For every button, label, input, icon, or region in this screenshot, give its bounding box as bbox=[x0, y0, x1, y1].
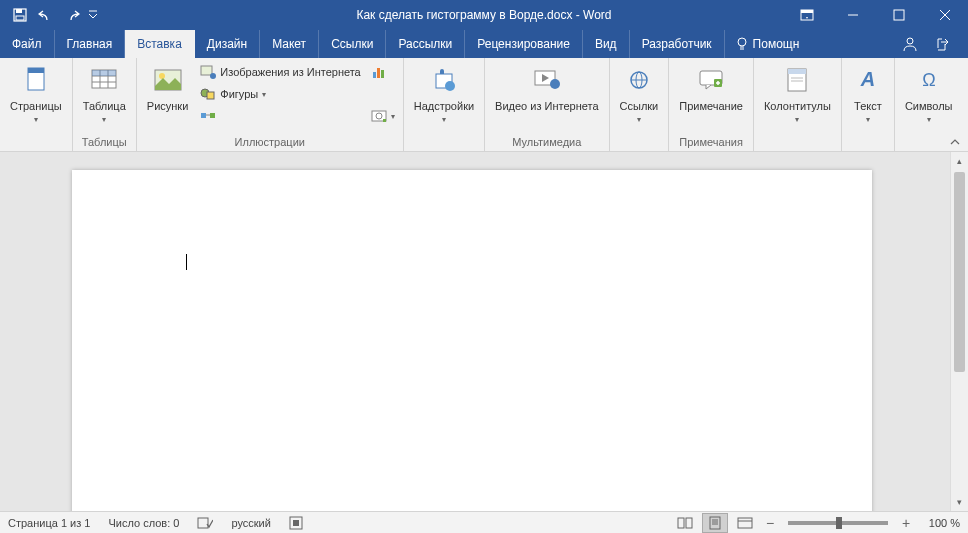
group-links: Ссылки ▾ bbox=[610, 58, 670, 151]
quick-access-toolbar bbox=[0, 3, 100, 27]
symbols-button[interactable]: Ω Символы ▾ bbox=[899, 61, 959, 129]
proofing-icon bbox=[197, 516, 213, 530]
ribbon-tabs: Файл Главная Вставка Дизайн Макет Ссылки… bbox=[0, 30, 968, 58]
comment-button[interactable]: Примечание bbox=[673, 61, 749, 129]
svg-rect-34 bbox=[383, 119, 386, 122]
group-comments: Примечание Примечания bbox=[669, 58, 754, 151]
close-button[interactable] bbox=[922, 0, 968, 30]
chart-icon bbox=[371, 64, 387, 80]
window-title: Как сделать гистограмму в Ворде.docx - W… bbox=[356, 8, 611, 22]
tab-file[interactable]: Файл bbox=[0, 30, 55, 58]
page-icon bbox=[20, 64, 52, 96]
svg-rect-1 bbox=[16, 9, 22, 13]
online-pictures-button[interactable]: Изображения из Интернета bbox=[196, 61, 364, 83]
table-button[interactable]: Таблица ▾ bbox=[77, 61, 132, 129]
group-illustrations: Рисунки Изображения из Интернета Фигуры … bbox=[137, 58, 404, 151]
online-video-button[interactable]: Видео из Интернета bbox=[489, 61, 604, 129]
quick-access-customize[interactable] bbox=[86, 3, 100, 27]
svg-rect-14 bbox=[28, 68, 44, 73]
tab-insert[interactable]: Вставка bbox=[125, 30, 195, 58]
zoom-level[interactable]: 100 % bbox=[918, 517, 962, 529]
undo-button[interactable] bbox=[34, 3, 58, 27]
window-controls bbox=[792, 0, 968, 30]
group-pages: Страницы ▾ bbox=[0, 58, 73, 151]
comment-icon bbox=[695, 64, 727, 96]
pictures-button[interactable]: Рисунки bbox=[141, 61, 195, 129]
scroll-up-button[interactable]: ▴ bbox=[951, 152, 968, 170]
chart-button[interactable] bbox=[367, 61, 399, 83]
zoom-slider[interactable] bbox=[788, 521, 888, 525]
page-number-status[interactable]: Страница 1 из 1 bbox=[6, 517, 92, 529]
video-icon bbox=[531, 64, 563, 96]
picture-icon bbox=[152, 64, 184, 96]
group-text: A Текст ▾ bbox=[842, 58, 895, 151]
account-sign-in[interactable] bbox=[894, 30, 926, 58]
shapes-button[interactable]: Фигуры ▾ bbox=[196, 83, 364, 105]
svg-rect-52 bbox=[198, 518, 208, 528]
group-tables: Таблица ▾ Таблицы bbox=[73, 58, 137, 151]
header-footer-button[interactable]: Колонтитулы ▾ bbox=[758, 61, 837, 129]
svg-rect-27 bbox=[201, 113, 206, 118]
language-status[interactable]: русский bbox=[229, 517, 272, 529]
group-addins: Надстройки ▾ bbox=[404, 58, 485, 151]
macro-status[interactable] bbox=[287, 516, 305, 530]
table-icon bbox=[88, 64, 120, 96]
tell-me-search[interactable]: Помощн bbox=[725, 30, 810, 58]
zoom-in-button[interactable]: + bbox=[898, 515, 914, 531]
account-area bbox=[894, 30, 968, 58]
document-area: ▴ ▾ bbox=[0, 152, 968, 511]
ribbon-display-options[interactable] bbox=[792, 3, 822, 27]
svg-text:Ω: Ω bbox=[922, 70, 935, 90]
tab-home[interactable]: Главная bbox=[55, 30, 126, 58]
smartart-icon bbox=[200, 108, 216, 124]
tab-layout[interactable]: Макет bbox=[260, 30, 319, 58]
svg-rect-61 bbox=[738, 518, 752, 528]
tab-references[interactable]: Ссылки bbox=[319, 30, 386, 58]
svg-rect-2 bbox=[16, 16, 24, 20]
links-button[interactable]: Ссылки ▾ bbox=[614, 61, 665, 129]
pages-button[interactable]: Страницы ▾ bbox=[4, 61, 68, 129]
svg-text:A: A bbox=[860, 68, 875, 90]
group-header-footer: Колонтитулы ▾ bbox=[754, 58, 842, 151]
ribbon: Страницы ▾ Таблица ▾ Таблицы Рисунки bbox=[0, 58, 968, 152]
maximize-button[interactable] bbox=[876, 0, 922, 30]
links-icon bbox=[623, 64, 655, 96]
tab-view[interactable]: Вид bbox=[583, 30, 630, 58]
screenshot-button[interactable]: ▾ bbox=[367, 105, 399, 127]
addins-button[interactable]: Надстройки ▾ bbox=[408, 61, 480, 129]
header-footer-icon bbox=[781, 64, 813, 96]
screenshot-icon bbox=[371, 108, 387, 124]
word-count-status[interactable]: Число слов: 0 bbox=[106, 517, 181, 529]
text-cursor bbox=[186, 254, 187, 270]
zoom-out-button[interactable]: − bbox=[762, 515, 778, 531]
svg-rect-56 bbox=[686, 518, 692, 528]
proofing-status[interactable] bbox=[195, 516, 215, 530]
text-button[interactable]: A Текст ▾ bbox=[846, 61, 890, 129]
svg-point-24 bbox=[210, 73, 216, 79]
tab-design[interactable]: Дизайн bbox=[195, 30, 260, 58]
scroll-down-button[interactable]: ▾ bbox=[951, 493, 968, 511]
svg-point-9 bbox=[738, 38, 746, 46]
minimize-button[interactable] bbox=[830, 0, 876, 30]
document-page[interactable] bbox=[72, 170, 872, 511]
zoom-slider-thumb[interactable] bbox=[836, 517, 842, 529]
save-button[interactable] bbox=[8, 3, 32, 27]
tab-review[interactable]: Рецензирование bbox=[465, 30, 583, 58]
svg-rect-47 bbox=[788, 69, 806, 74]
lightbulb-icon bbox=[735, 37, 749, 51]
tab-developer[interactable]: Разработчик bbox=[630, 30, 725, 58]
vertical-scrollbar[interactable]: ▴ ▾ bbox=[950, 152, 968, 511]
redo-button[interactable] bbox=[60, 3, 84, 27]
svg-rect-31 bbox=[381, 70, 384, 78]
smartart-button[interactable] bbox=[196, 105, 364, 127]
collapse-ribbon-button[interactable] bbox=[946, 135, 964, 149]
tab-mailings[interactable]: Рассылки bbox=[386, 30, 465, 58]
svg-point-12 bbox=[907, 38, 913, 44]
share-button[interactable] bbox=[926, 30, 958, 58]
text-icon: A bbox=[852, 64, 884, 96]
print-layout-button[interactable] bbox=[702, 513, 728, 533]
svg-rect-4 bbox=[801, 10, 813, 13]
scroll-thumb[interactable] bbox=[954, 172, 965, 372]
read-mode-button[interactable] bbox=[672, 513, 698, 533]
web-layout-button[interactable] bbox=[732, 513, 758, 533]
